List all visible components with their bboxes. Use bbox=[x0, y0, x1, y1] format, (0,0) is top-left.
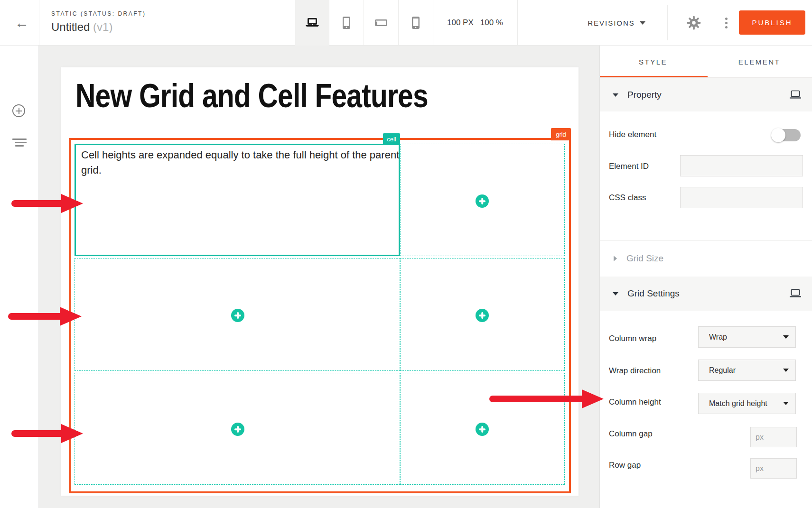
add-content-button[interactable] bbox=[231, 309, 244, 322]
chevron-down-icon bbox=[613, 93, 618, 97]
publish-button[interactable]: PUBLISH bbox=[739, 10, 805, 35]
left-toolbar bbox=[0, 46, 39, 508]
add-content-button[interactable] bbox=[231, 423, 244, 436]
grid-tag: grid bbox=[551, 128, 571, 140]
tablet-icon bbox=[341, 16, 352, 29]
column-wrap-select[interactable]: Wrap bbox=[698, 326, 796, 348]
canvas-zoom-value: 100 % bbox=[480, 18, 503, 28]
row-gap-input[interactable] bbox=[751, 459, 796, 478]
phone-portrait-icon bbox=[411, 16, 420, 29]
section-title: Property bbox=[627, 90, 662, 100]
column-gap-label: Column gap bbox=[609, 429, 653, 439]
editor-screen: ← STATIC (STATUS: DRAFT) Untitled (v1) bbox=[0, 0, 812, 508]
divider bbox=[39, 0, 39, 45]
active-tab-underline bbox=[600, 76, 708, 77]
gear-icon bbox=[687, 16, 701, 30]
selected-cell[interactable]: cell Cell heights are expanded equally t… bbox=[75, 144, 400, 256]
section-title: Grid Settings bbox=[627, 288, 680, 299]
add-element-button[interactable] bbox=[12, 104, 25, 117]
document-title: Untitled (v1) bbox=[51, 20, 146, 34]
document-title-text: Untitled bbox=[51, 20, 90, 33]
selected-value: Regular bbox=[709, 366, 736, 375]
section-title: Grid Size bbox=[626, 253, 663, 264]
settings-button[interactable] bbox=[683, 15, 704, 30]
kebab-icon bbox=[725, 18, 728, 20]
element-id-input[interactable] bbox=[681, 156, 803, 176]
device-desktop-button[interactable] bbox=[295, 0, 329, 46]
device-phone-landscape-button[interactable] bbox=[364, 0, 398, 46]
grid-element[interactable]: grid cell Cell heights are expanded equa… bbox=[69, 138, 571, 493]
column-height-select[interactable]: Match grid height bbox=[698, 393, 796, 414]
row-gap-field-wrap bbox=[750, 458, 797, 479]
chevron-down-icon bbox=[783, 402, 789, 405]
cell-tag: cell bbox=[383, 133, 400, 145]
panel-tabs: STYLE ELEMENT bbox=[600, 46, 812, 78]
revisions-dropdown[interactable]: REVISIONS bbox=[577, 0, 656, 46]
divider bbox=[517, 0, 518, 45]
device-scope-laptop-icon[interactable] bbox=[789, 90, 802, 100]
tab-style[interactable]: STYLE bbox=[600, 46, 706, 78]
column-gap-field-wrap bbox=[750, 427, 797, 447]
add-content-button[interactable] bbox=[476, 423, 489, 436]
device-phone-portrait-button[interactable] bbox=[399, 0, 432, 46]
column-wrap-label: Column wrap bbox=[609, 334, 656, 343]
device-scope-laptop-icon[interactable] bbox=[789, 289, 802, 298]
chevron-down-icon bbox=[613, 292, 618, 296]
style-inspector-panel: STYLE ELEMENT Property Hide element Elem… bbox=[599, 46, 812, 508]
cell-text[interactable]: Cell heights are expanded equally to tak… bbox=[81, 148, 400, 178]
top-bar: ← STATIC (STATUS: DRAFT) Untitled (v1) bbox=[0, 0, 812, 46]
chevron-down-icon bbox=[783, 369, 789, 372]
canvas-dimensions: 100 PX 100 % bbox=[433, 0, 517, 46]
tab-element[interactable]: ELEMENT bbox=[706, 46, 812, 78]
layers-button[interactable] bbox=[12, 139, 27, 147]
revisions-label: REVISIONS bbox=[588, 19, 635, 27]
selected-value: Match grid height bbox=[709, 399, 767, 408]
chevron-down-icon bbox=[640, 21, 645, 25]
add-content-button[interactable] bbox=[476, 194, 489, 208]
selected-value: Wrap bbox=[709, 333, 727, 342]
hide-element-toggle[interactable] bbox=[772, 129, 801, 141]
css-class-field-wrap bbox=[680, 187, 803, 208]
section-header-grid-size[interactable]: Grid Size bbox=[600, 240, 812, 277]
hide-element-label: Hide element bbox=[609, 130, 656, 139]
toggle-knob bbox=[771, 128, 785, 142]
page-canvas[interactable]: New Grid and Cell Features grid cell Cel… bbox=[61, 67, 579, 496]
column-height-label: Column height bbox=[609, 397, 661, 407]
document-version: (v1) bbox=[93, 20, 112, 33]
wrap-direction-label: Wrap direction bbox=[609, 366, 661, 376]
chevron-down-icon bbox=[783, 335, 789, 339]
add-content-button[interactable] bbox=[476, 309, 489, 322]
document-status: STATIC (STATUS: DRAFT) bbox=[51, 10, 146, 17]
canvas-width-value: 100 PX bbox=[447, 18, 474, 28]
column-gap-input[interactable] bbox=[751, 427, 796, 447]
page-heading[interactable]: New Grid and Cell Features bbox=[75, 77, 428, 115]
row-gap-label: Row gap bbox=[609, 461, 641, 470]
phone-landscape-icon bbox=[374, 19, 388, 27]
back-button[interactable]: ← bbox=[9, 0, 35, 46]
section-header-property[interactable]: Property bbox=[600, 78, 812, 111]
element-id-field-wrap bbox=[680, 155, 803, 176]
device-tablet-button[interactable] bbox=[329, 0, 363, 46]
css-class-label: CSS class bbox=[609, 193, 646, 203]
css-class-input[interactable] bbox=[681, 187, 803, 208]
section-header-grid-settings[interactable]: Grid Settings bbox=[600, 277, 812, 311]
divider bbox=[667, 5, 668, 40]
element-id-label: Element ID bbox=[609, 162, 649, 171]
chevron-right-icon bbox=[614, 256, 617, 261]
wrap-direction-select[interactable]: Regular bbox=[698, 360, 796, 381]
overflow-menu-button[interactable] bbox=[718, 14, 735, 31]
document-info: STATIC (STATUS: DRAFT) Untitled (v1) bbox=[51, 10, 146, 34]
back-arrow-icon: ← bbox=[15, 16, 29, 30]
laptop-icon bbox=[305, 17, 319, 28]
